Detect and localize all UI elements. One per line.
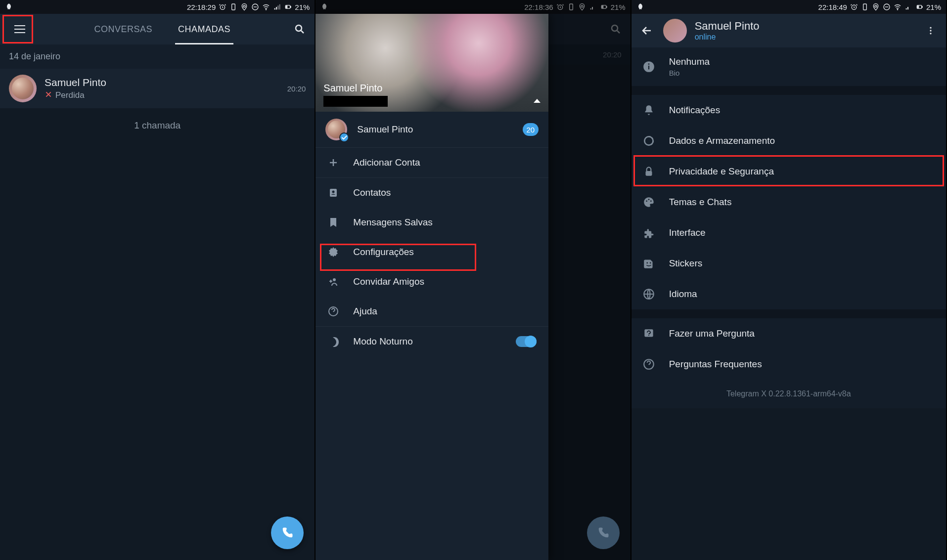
screen-drawer: 22:18:36 21% 20:20 Samuel Pinto <box>316 0 631 560</box>
tab-conversas[interactable]: CONVERSAS <box>91 15 155 43</box>
settings-item-ask[interactable]: Fazer uma Pergunta <box>631 318 946 349</box>
back-button[interactable] <box>638 22 655 39</box>
date-header: 14 de janeiro <box>0 44 315 69</box>
night-mode-toggle[interactable] <box>516 336 537 347</box>
redacted-phone <box>323 96 388 107</box>
call-time: 20:20 <box>287 85 306 93</box>
settings-item-data-storage[interactable]: Dados e Armazenamento <box>631 126 946 156</box>
drawer-item-saved[interactable]: Mensagens Salvas <box>316 208 548 237</box>
svg-point-23 <box>875 5 877 7</box>
help-icon <box>642 358 655 371</box>
status-battery: 21% <box>295 3 310 11</box>
drawer-label: Convidar Amigos <box>353 276 424 287</box>
svg-point-40 <box>646 262 648 264</box>
fab-call[interactable] <box>271 517 304 549</box>
svg-rect-7 <box>286 6 287 8</box>
bio-label: Bio <box>669 69 710 77</box>
more-button[interactable] <box>922 22 939 39</box>
svg-rect-36 <box>645 171 652 176</box>
settings-label: Idioma <box>669 289 697 300</box>
svg-point-17 <box>332 191 335 193</box>
call-status: Perdida <box>45 90 279 101</box>
svg-point-4 <box>266 9 267 10</box>
search-button[interactable] <box>290 19 310 39</box>
screen-settings: 22:18:49 21% Samuel Pinto online Nenhu <box>631 0 947 560</box>
drawer-label: Modo Noturno <box>353 336 502 347</box>
info-icon <box>642 60 655 73</box>
location-icon <box>872 3 880 11</box>
missed-call-icon <box>45 90 52 101</box>
svg-point-8 <box>296 25 302 31</box>
svg-point-39 <box>650 200 652 202</box>
settings-item-themes[interactable]: Temas e Chats <box>631 187 946 217</box>
battery-icon <box>915 3 923 11</box>
settings-item-faq[interactable]: Perguntas Frequentes <box>631 349 946 380</box>
drawer-profile-name: Samuel Pinto <box>323 83 388 94</box>
rocket-icon <box>5 3 13 11</box>
signal-icon <box>904 3 912 11</box>
svg-rect-6 <box>290 6 291 8</box>
svg-point-37 <box>646 200 647 202</box>
battery-icon <box>284 3 292 11</box>
avatar <box>9 75 37 102</box>
wifi-icon <box>894 3 902 11</box>
avatar[interactable] <box>663 19 687 43</box>
menu-button[interactable] <box>5 14 35 44</box>
drawer-item-help[interactable]: Ajuda <box>316 297 548 326</box>
sticker-icon <box>642 257 655 270</box>
settings-label: Fazer uma Pergunta <box>669 328 755 339</box>
svg-point-30 <box>930 30 931 31</box>
signal-icon <box>273 3 281 11</box>
drawer-label: Adicionar Conta <box>353 157 420 168</box>
location-icon <box>240 3 248 11</box>
gear-icon <box>327 246 339 258</box>
bell-icon <box>642 104 655 117</box>
drawer-header[interactable]: Samuel Pinto <box>316 14 548 112</box>
settings-label: Perguntas Frequentes <box>669 359 762 370</box>
contacts-icon <box>327 187 339 199</box>
moon-icon <box>327 336 339 347</box>
more-vert-icon <box>926 26 936 36</box>
drawer-item-contacts[interactable]: Contatos <box>316 178 548 208</box>
status-bar: 22:18:29 21% <box>0 0 315 14</box>
settings-label: Privacidade e Segurança <box>669 166 774 177</box>
wifi-icon <box>262 3 270 11</box>
tab-chamadas[interactable]: CHAMADAS <box>175 15 233 43</box>
settings-label: Temas e Chats <box>669 197 732 208</box>
settings-item-stickers[interactable]: Stickers <box>631 248 946 279</box>
help-icon <box>327 305 339 317</box>
arrow-left-icon <box>641 25 653 37</box>
settings-label: Notificações <box>669 105 721 116</box>
drawer-label: Configurações <box>353 247 414 258</box>
svg-point-25 <box>897 9 898 10</box>
svg-point-38 <box>648 199 649 200</box>
question-icon <box>642 327 655 340</box>
settings-item-notifications[interactable]: Notificações <box>631 95 946 126</box>
dnd-icon <box>251 3 259 11</box>
dnd-icon <box>883 3 891 11</box>
status-time: 22:18:29 <box>187 3 216 11</box>
svg-point-19 <box>333 278 336 281</box>
svg-point-29 <box>930 27 931 29</box>
drawer-item-add-account[interactable]: Adicionar Conta <box>316 148 548 177</box>
extension-icon <box>642 226 655 239</box>
drawer-account-item[interactable]: Samuel Pinto 20 <box>316 112 548 148</box>
drawer-item-invite[interactable]: Convidar Amigos <box>316 267 548 297</box>
drawer-item-night-mode[interactable]: Modo Noturno <box>316 327 548 356</box>
drawer-item-settings[interactable]: Configurações <box>316 237 548 267</box>
settings-item-language[interactable]: Idioma <box>631 279 946 309</box>
bookmark-icon <box>327 216 339 228</box>
invite-icon <box>327 276 339 288</box>
status-bar: 22:18:49 21% <box>631 0 946 14</box>
settings-item-interface[interactable]: Interface <box>631 217 946 248</box>
chevron-up-icon[interactable] <box>534 99 541 103</box>
settings-item-privacy[interactable]: Privacidade e Segurança <box>631 156 946 187</box>
svg-rect-33 <box>648 66 649 70</box>
settings-item-bio[interactable]: Nenhuma Bio <box>631 47 946 86</box>
status-time: 22:18:49 <box>818 3 847 11</box>
settings-label: Dados e Armazenamento <box>669 135 775 146</box>
lock-icon <box>642 165 655 178</box>
call-list-item[interactable]: Samuel Pinto Perdida 20:20 <box>0 69 315 108</box>
phone-icon <box>280 526 294 540</box>
drawer-label: Mensagens Salvas <box>353 217 433 228</box>
